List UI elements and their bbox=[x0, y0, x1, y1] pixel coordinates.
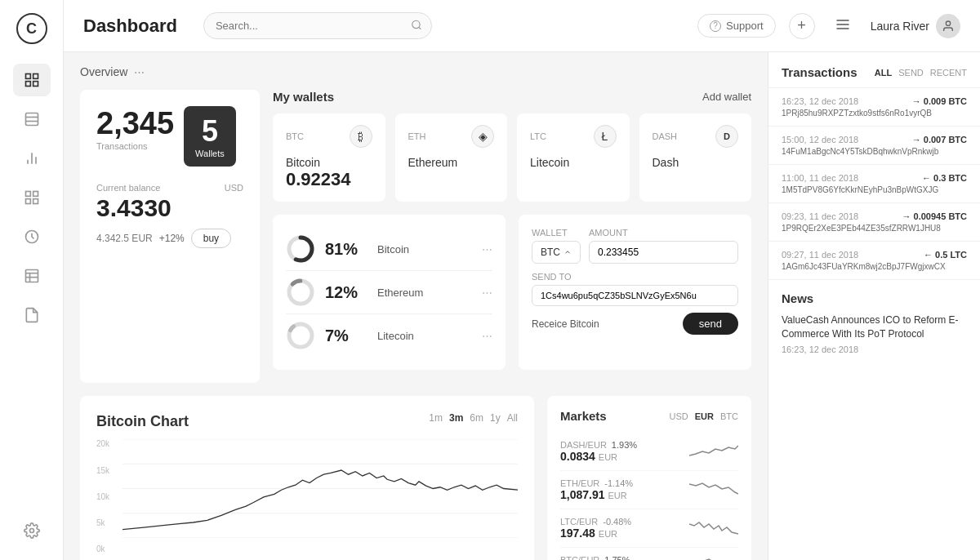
svg-rect-3 bbox=[33, 82, 38, 87]
interval-all[interactable]: All bbox=[507, 412, 518, 424]
market-item-dash: DASH/EUR 1.93% 0.0834 EUR bbox=[560, 433, 738, 471]
chart-area: 20k 15k 10k 5k 0k bbox=[96, 439, 518, 560]
markets-filter-usd[interactable]: USD bbox=[670, 411, 688, 421]
svg-rect-1 bbox=[33, 74, 38, 79]
market-value-ltc: 197.48 bbox=[560, 527, 595, 540]
chart-intervals: 1m 3m 6m 1y All bbox=[429, 412, 518, 424]
interval-3m[interactable]: 3m bbox=[449, 412, 463, 424]
market-value-eth: 1,087.91 bbox=[560, 488, 605, 501]
sidebar-item-grid[interactable] bbox=[13, 181, 51, 214]
search-input[interactable] bbox=[203, 12, 432, 39]
menu-icon[interactable] bbox=[835, 16, 851, 35]
wallets-title: My wallets bbox=[273, 90, 334, 104]
app-logo: C bbox=[16, 13, 47, 44]
market-pair-btc: BTC/EUR bbox=[560, 555, 599, 560]
interval-6m[interactable]: 6m bbox=[470, 412, 483, 424]
interval-1m[interactable]: 1m bbox=[429, 412, 443, 424]
username: Laura River bbox=[871, 20, 929, 33]
amount-input[interactable] bbox=[589, 241, 738, 264]
wallet-cards: BTC ₿ Bitcoin 0.92234 ETH ◈ bbox=[273, 113, 751, 202]
sidebar-item-document[interactable] bbox=[13, 299, 51, 331]
add-wallet-link[interactable]: Add wallet bbox=[702, 91, 751, 103]
portfolio-pct-eth: 12% bbox=[325, 283, 368, 302]
sidebar-item-analytics[interactable] bbox=[13, 142, 51, 175]
wallet-label: WALLET bbox=[532, 228, 581, 238]
wallets-box: 5 Wallets bbox=[184, 106, 236, 167]
portfolio-donut-ltc bbox=[286, 321, 315, 350]
portfolio-menu-btc[interactable]: ⋯ bbox=[482, 243, 492, 256]
tx-filter-all[interactable]: ALL bbox=[875, 68, 892, 78]
market-currency-eth: EUR bbox=[608, 491, 627, 500]
tx-filter-send[interactable]: SEND bbox=[898, 68, 924, 78]
markets-filter-btc[interactable]: BTC bbox=[720, 411, 738, 421]
svg-rect-2 bbox=[25, 82, 30, 87]
interval-1y[interactable]: 1y bbox=[490, 412, 501, 424]
wallet-amount-btc: 0.92234 bbox=[286, 169, 372, 190]
market-change-btc: 1.75% bbox=[604, 555, 630, 560]
btc-icon: ₿ bbox=[350, 125, 372, 148]
sidebar-item-settings[interactable] bbox=[13, 514, 51, 547]
market-currency-ltc: EUR bbox=[599, 529, 617, 539]
svg-rect-15 bbox=[25, 270, 38, 282]
transactions-header: Transactions ALL SEND RECENT bbox=[768, 52, 980, 88]
wallet-card-eth[interactable]: ETH ◈ Ethereum bbox=[395, 113, 508, 202]
wallet-card-dash[interactable]: DASH D Dash bbox=[639, 113, 752, 202]
search-container bbox=[203, 12, 432, 39]
balance-currency: USD bbox=[225, 183, 243, 193]
header: Dashboard ? Support + Laura River bbox=[64, 0, 980, 52]
breadcrumb-menu[interactable]: ⋯ bbox=[134, 66, 145, 78]
wallet-card-btc[interactable]: BTC ₿ Bitcoin 0.92234 bbox=[273, 113, 385, 202]
wallet-select[interactable]: BTC bbox=[532, 241, 581, 264]
market-change-ltc: -0.48% bbox=[603, 517, 631, 527]
news-section: News ValueCash Announces ICO to Reform E… bbox=[768, 280, 980, 366]
eur-change: +12% bbox=[159, 233, 185, 244]
support-icon: ? bbox=[710, 20, 721, 32]
sidebar-item-table[interactable] bbox=[13, 260, 51, 292]
tx-amount-4: → 0.00945 BTC bbox=[902, 211, 967, 221]
tx-date-4: 09:23, 11 dec 2018 bbox=[782, 211, 858, 221]
markets-title: Markets bbox=[560, 409, 663, 423]
market-pair-dash: DASH/EUR bbox=[560, 440, 607, 450]
support-button[interactable]: ? Support bbox=[697, 14, 776, 38]
search-icon bbox=[411, 19, 422, 33]
portfolio-item-eth: 12% Ethereum ⋯ bbox=[286, 271, 492, 314]
tx-hash-4: 1P9RQEr2XeE3PEb44ZE35sfZRRW1JHU8 bbox=[782, 224, 967, 233]
chart-card: Bitcoin Chart 1m 3m 6m 1y All 20k bbox=[80, 396, 534, 560]
balance-amount: 3.4330 bbox=[96, 194, 243, 222]
markets-card: Markets USD EUR BTC DASH/EUR 1.93% bbox=[547, 396, 751, 560]
send-to-input[interactable] bbox=[532, 285, 738, 306]
svg-rect-12 bbox=[25, 199, 30, 204]
sidebar-item-clock[interactable] bbox=[13, 220, 51, 253]
chart-svg bbox=[122, 439, 518, 538]
transactions-count: 2,345 bbox=[96, 106, 174, 141]
wallet-code-btc: BTC bbox=[286, 131, 304, 141]
buy-button[interactable]: buy bbox=[191, 229, 231, 248]
wallet-code-eth: ETH bbox=[408, 131, 426, 141]
portfolio-menu-eth[interactable]: ⋯ bbox=[482, 287, 492, 299]
markets-filter-eur[interactable]: EUR bbox=[695, 411, 714, 421]
sparkline-dash bbox=[689, 439, 738, 464]
transactions-label: Transactions bbox=[96, 141, 174, 151]
svg-rect-10 bbox=[25, 192, 30, 197]
sidebar: C bbox=[0, 0, 64, 560]
portfolio-item-btc: 81% Bitcoin ⋯ bbox=[286, 228, 492, 271]
breadcrumb: Overview ⋯ bbox=[80, 65, 751, 78]
tx-date-2: 15:00, 12 dec 2018 bbox=[782, 135, 858, 144]
wallet-value: BTC bbox=[541, 247, 560, 258]
wallet-code-dash: DASH bbox=[653, 131, 678, 141]
add-button[interactable]: + bbox=[789, 13, 815, 39]
user-menu[interactable]: Laura River bbox=[871, 14, 960, 38]
transactions-title: Transactions bbox=[782, 65, 868, 79]
send-to-label: SEND TO bbox=[532, 272, 738, 282]
portfolio-name-ltc: Litecoin bbox=[377, 330, 472, 342]
sidebar-item-dashboard[interactable] bbox=[13, 64, 51, 96]
portfolio-menu-ltc[interactable]: ⋯ bbox=[482, 330, 492, 342]
news-item-title[interactable]: ValueCash Announces ICO to Reform E-Comm… bbox=[782, 313, 967, 341]
wallet-card-ltc[interactable]: LTC Ł Litecoin bbox=[517, 113, 630, 202]
sparkline-ltc bbox=[689, 516, 738, 540]
sidebar-item-ledger[interactable] bbox=[13, 103, 51, 136]
tx-filter-recent[interactable]: RECENT bbox=[930, 68, 967, 78]
send-button[interactable]: send bbox=[683, 313, 738, 335]
svg-rect-13 bbox=[33, 199, 38, 204]
market-change-dash: 1.93% bbox=[612, 440, 637, 450]
